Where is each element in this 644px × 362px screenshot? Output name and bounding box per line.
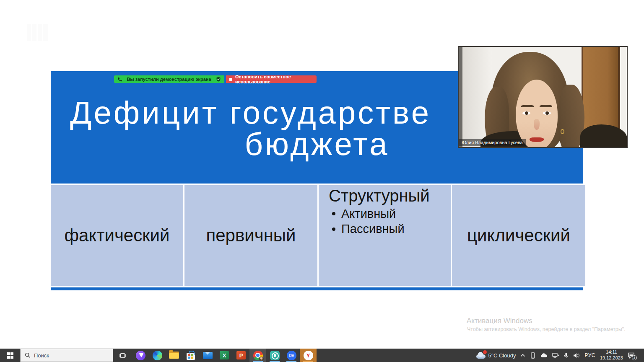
mail-icon [203,352,213,359]
taskbar-search-box[interactable] [20,349,113,362]
search-input[interactable] [34,352,101,359]
tray-date: 19.12.2023 [600,355,623,361]
search-icon [25,352,31,358]
windows-taskbar: X P zm Y 5°C Cloudy [0,349,644,362]
taskbar-app-zoom[interactable]: zm [283,349,300,362]
taskbar-app-sferum[interactable] [266,349,283,362]
sharing-status-label: Вы запустили демонстрацию экрана [122,77,216,82]
bullet-dot [332,212,335,215]
taskbar-app-mail[interactable] [199,349,216,362]
nose [534,119,540,130]
faint-background-pattern [27,24,48,41]
taskbar-app-yandex-browser[interactable]: Y [300,349,317,362]
slide-cell-strukturny: Структурный Активный Пассивный [319,185,451,286]
wall-edge-shadow [459,47,462,147]
bullet-label: Активный [341,207,396,220]
windows-activation-watermark-subtitle: Чтобы активировать Windows, перейдите в … [467,326,626,332]
bullet-dot [332,228,335,231]
stop-sharing-label: Остановить совместное использование [235,74,313,84]
yandex-browser-icon: Y [304,351,313,360]
notification-count-badge: 3 [632,355,637,360]
network-tray-icon[interactable] [552,352,559,358]
weather-cloud-icon [476,352,486,359]
eyebrow [540,105,552,107]
file-explorer-icon [169,352,179,359]
webcam-video-tile[interactable]: Юлия Владимировна Гусева [458,46,628,148]
taskbar-app-edge[interactable] [149,349,166,362]
taskbar-app-microsoft-store[interactable] [182,349,199,362]
lips [530,137,544,142]
taskbar-app-alice[interactable] [132,349,149,362]
action-center-button[interactable]: 3 [628,352,635,359]
bullet-item: Пассивный [329,222,451,235]
eye [543,111,551,115]
eyebrow [521,105,534,107]
stop-icon [229,78,232,81]
language-indicator[interactable]: РУС [584,352,595,358]
microsoft-store-icon [187,353,195,360]
slide-cell-tsiklichesky: циклический [452,185,585,286]
participant-shoulder [580,124,627,148]
onedrive-tray-icon[interactable] [540,353,548,358]
shield-check-icon [216,77,221,82]
cell-label: фактический [65,225,170,246]
sferum-icon [270,351,280,360]
system-tray: 5°C Cloudy РУС 14:11 19.12 [476,349,644,362]
weather-alert-badge [483,350,487,354]
stop-sharing-button[interactable]: Остановить совместное использование [226,75,317,83]
tray-time: 14:11 [600,349,623,355]
volume-tray-icon[interactable] [573,353,580,358]
bullet-item: Активный [329,207,451,220]
powerpoint-icon: P [236,351,246,359]
your-phone-tray-icon[interactable] [530,352,536,359]
edge-icon [153,351,162,360]
bullet-label: Пассивный [341,222,405,235]
chrome-profile-avatar [259,357,264,361]
task-view-button[interactable] [113,349,132,362]
start-button[interactable] [0,349,20,362]
tray-expand-chevron[interactable] [520,354,525,357]
taskbar-app-chrome[interactable] [249,349,266,362]
slide-cell-pervichny: первичный [184,185,317,286]
screen-sharing-banner[interactable]: Вы запустили демонстрацию экрана [114,75,224,83]
zoom-icon: zm [287,351,296,360]
cell-label: Структурный [329,186,451,205]
eye [522,111,530,115]
desktop-screen: Дефицит государстве бюджета Вы запустили… [0,0,644,362]
participant-name-tag: Юлия Владимировна Гусева [459,139,526,146]
phone-icon [117,77,122,82]
alice-icon [136,351,145,360]
weather-label: 5°C Cloudy [488,352,516,359]
cell-label: первичный [206,225,296,246]
chevron-up-icon [520,354,525,357]
task-view-icon [119,352,126,359]
taskbar-app-powerpoint[interactable]: P [233,349,249,362]
earring [561,129,564,134]
excel-icon: X [220,351,229,359]
tray-clock[interactable]: 14:11 19.12.2023 [600,349,623,361]
microphone-tray-icon[interactable] [564,352,569,359]
windows-activation-watermark-title: Активация Windows [467,317,532,325]
windows-logo-icon [7,352,13,359]
participant-face [516,80,558,148]
taskbar-app-excel[interactable]: X [216,349,233,362]
slide-bottom-accent-bar [51,287,583,290]
cell-label: циклический [467,225,570,246]
taskbar-app-file-explorer[interactable] [166,349,182,362]
weather-widget[interactable]: 5°C Cloudy [476,352,516,359]
slide-title-line1: Дефицит государстве [70,97,431,129]
slide-cell-fakticheskiy: фактический [51,185,183,286]
